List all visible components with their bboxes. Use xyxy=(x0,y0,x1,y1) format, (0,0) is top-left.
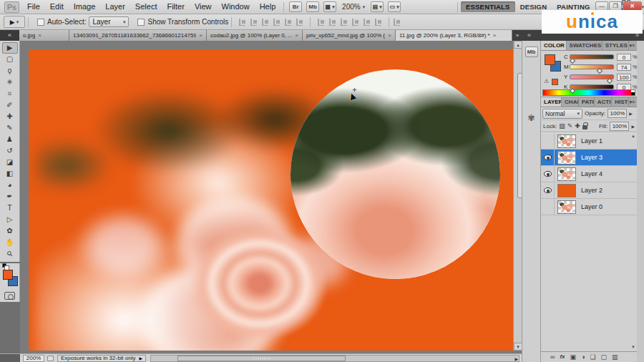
fill-slider-arrow[interactable]: ▶ xyxy=(631,124,635,129)
menu-layer[interactable]: Layer xyxy=(100,0,130,14)
layer-thumbnail[interactable] xyxy=(557,151,576,165)
eraser-tool[interactable]: ◪ xyxy=(2,157,18,168)
cyan-value[interactable]: 0 xyxy=(617,54,631,61)
tab-color[interactable]: COLOR xyxy=(541,41,567,50)
new-group-icon[interactable]: ❏ xyxy=(590,353,596,361)
opacity-field[interactable]: 100% xyxy=(608,109,627,118)
magenta-value[interactable]: 74 xyxy=(617,64,631,71)
clone-stamp-tool[interactable]: ♟ xyxy=(2,134,18,145)
canvas-vertical-scrollbar[interactable]: ▲ ▼ xyxy=(513,41,522,351)
layer-row-layer-0[interactable]: Layer 0 xyxy=(541,199,637,215)
layer-thumbnail[interactable] xyxy=(557,200,576,214)
canvas-document[interactable]: ▶✛ xyxy=(29,49,513,351)
visibility-toggle[interactable] xyxy=(541,166,555,182)
distribute-left-icon[interactable] xyxy=(351,17,360,26)
brush-tool[interactable]: ✎ xyxy=(2,122,18,134)
blend-mode-dropdown[interactable]: Normal▾ xyxy=(542,109,582,119)
statusbar-message[interactable]: Exposure works in 32-bit only ▶ xyxy=(57,355,146,362)
dodge-tool[interactable]: ◕ xyxy=(2,180,18,191)
visibility-toggle[interactable] xyxy=(541,133,555,149)
align-top-icon[interactable] xyxy=(238,17,247,26)
yellow-value[interactable]: 100 xyxy=(617,74,631,81)
distribute-middle-icon[interactable] xyxy=(328,17,337,26)
foreground-color-swatch[interactable] xyxy=(545,54,555,65)
layers-scroll-down[interactable]: ▼ xyxy=(631,345,635,349)
panel-menu-icon[interactable]: ▾≡ xyxy=(629,41,637,50)
menu-file[interactable]: File xyxy=(22,0,45,14)
move-tool[interactable]: ▶ xyxy=(2,42,18,54)
tab-close-icon[interactable]: × xyxy=(493,32,497,39)
gamut-color-swatch[interactable] xyxy=(552,79,558,85)
yellow-slider[interactable] xyxy=(570,74,614,79)
status-menu-arrow[interactable]: ▶ xyxy=(140,356,143,361)
color-spectrum-bar[interactable] xyxy=(542,89,635,96)
lock-position-icon[interactable]: ✚ xyxy=(575,122,580,129)
marquee-tool[interactable]: ▢ xyxy=(2,54,18,65)
layer-row-layer-3[interactable]: Layer 3 xyxy=(541,150,637,166)
adjustment-layer-icon[interactable]: ◑ xyxy=(581,353,585,361)
fill-field[interactable]: 100% xyxy=(610,122,629,131)
path-select-tool[interactable]: ▷ xyxy=(2,214,18,225)
visibility-toggle[interactable] xyxy=(541,150,555,165)
lock-all-icon[interactable] xyxy=(582,125,587,129)
magic-wand-tool[interactable]: ✳ xyxy=(2,77,18,88)
menu-image[interactable]: Image xyxy=(69,0,101,14)
lasso-tool[interactable]: ϙ xyxy=(2,65,18,77)
menu-select[interactable]: Select xyxy=(130,0,162,14)
zoom-level-dropdown[interactable]: 200%▾ xyxy=(342,3,365,11)
align-middle-icon[interactable] xyxy=(249,17,258,26)
align-right-icon[interactable] xyxy=(295,17,304,26)
shape-tool[interactable]: ✿ xyxy=(2,225,18,237)
menu-help[interactable]: Help xyxy=(255,0,281,14)
tab-close-icon[interactable]: × xyxy=(295,32,298,39)
statusbar-zoom-field[interactable]: 200% xyxy=(23,355,44,362)
tab-swatches[interactable]: SWATCHES xyxy=(567,41,602,50)
delete-layer-icon[interactable]: ▥ xyxy=(612,353,618,361)
layer-mask-icon[interactable]: ▣ xyxy=(570,353,577,361)
gamut-warning-icon[interactable]: ⚠ xyxy=(544,78,549,84)
foreground-color-swatch[interactable] xyxy=(3,270,13,280)
distribute-right-icon[interactable] xyxy=(374,17,383,26)
tab-scroll-left[interactable]: « xyxy=(0,30,19,41)
tab-styles[interactable]: STYLES xyxy=(602,41,630,50)
align-center-icon[interactable] xyxy=(283,17,293,26)
layer-name[interactable]: Layer 3 xyxy=(581,154,602,161)
view-extras-button[interactable]: ▦▾ xyxy=(323,1,336,12)
tab-channels[interactable]: CHAN xyxy=(562,97,579,107)
layer-row-layer-4[interactable]: Layer 4 xyxy=(541,166,637,182)
history-brush-tool[interactable]: ↺ xyxy=(2,145,18,157)
layer-thumbnail[interactable] xyxy=(557,184,576,197)
tab-close-icon[interactable]: × xyxy=(388,32,391,39)
distribute-center-icon[interactable] xyxy=(362,17,371,26)
auto-select-checkbox[interactable] xyxy=(37,19,44,26)
type-tool[interactable]: T xyxy=(2,202,18,214)
magenta-slider[interactable] xyxy=(570,64,614,69)
layer-name[interactable]: Layer 2 xyxy=(581,187,602,194)
lock-transparency-icon[interactable]: ▨ xyxy=(559,122,565,129)
menu-view[interactable]: View xyxy=(190,0,217,14)
doc-tab-5-active[interactable]: 11.jpg @ 200% (Layer 3, RGB/8#) *× xyxy=(396,30,512,41)
layer-thumbnail[interactable] xyxy=(557,134,576,148)
gradient-tool[interactable]: ◧ xyxy=(2,168,18,180)
horizontal-scroll-thumb[interactable] xyxy=(177,356,346,361)
panel-menu-icon[interactable]: ▾≡ xyxy=(629,97,637,107)
doc-tab-4[interactable]: priv_vp652_mnd.jpg @ 100% (...× xyxy=(303,30,396,41)
tab-actions[interactable]: ACTIC xyxy=(595,97,612,107)
tool-preset-picker[interactable]: ▶▾ xyxy=(4,16,25,28)
menu-window[interactable]: Window xyxy=(217,0,255,14)
auto-align-layers-icon[interactable] xyxy=(392,17,401,26)
arrange-documents-button[interactable]: ▤▾ xyxy=(371,1,384,12)
default-colors-icon[interactable] xyxy=(2,263,6,268)
scroll-right-arrow[interactable]: ▶ xyxy=(514,356,518,361)
mini-bridge-button[interactable]: Mb xyxy=(306,1,319,12)
auto-select-dropdown[interactable]: Layer▾ xyxy=(89,16,129,27)
workspace-essentials[interactable]: ESSENTIALS xyxy=(461,1,515,12)
align-left-icon[interactable] xyxy=(272,17,281,26)
menu-edit[interactable]: Edit xyxy=(45,0,69,14)
opacity-slider-arrow[interactable]: ▶ xyxy=(629,111,633,116)
lock-pixels-icon[interactable]: ✎ xyxy=(567,122,573,129)
distribute-top-icon[interactable] xyxy=(316,17,326,26)
layer-thumbnail[interactable] xyxy=(557,167,576,181)
layer-name[interactable]: Layer 4 xyxy=(581,170,602,177)
visibility-toggle[interactable] xyxy=(541,182,555,198)
